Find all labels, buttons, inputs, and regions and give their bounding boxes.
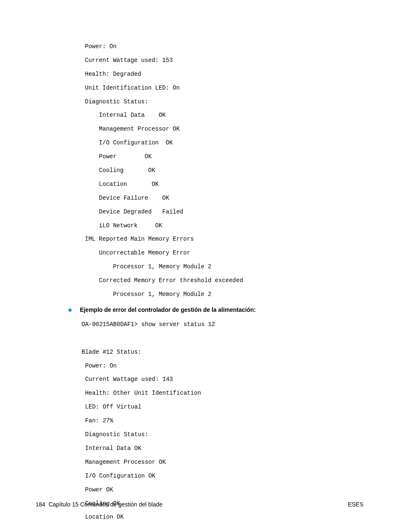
code-block-2: OA-00215AB0DAF1> show server status 12 B… xyxy=(82,318,399,524)
bullet-label: Ejemplo de error del controlador de gest… xyxy=(80,306,256,314)
page-number: 184 xyxy=(36,501,45,508)
code-block-1: Power: On Current Wattage used: 153 Heal… xyxy=(85,40,399,301)
page-footer: 184 Capítulo 15 Comandos de gestión del … xyxy=(0,501,399,508)
bullet-item: ● Ejemplo de error del controlador de ge… xyxy=(68,306,399,314)
footer-left: 184 Capítulo 15 Comandos de gestión del … xyxy=(36,501,163,508)
chapter-title: Capítulo 15 Comandos de gestión del blad… xyxy=(49,501,162,508)
bullet-icon: ● xyxy=(68,306,72,314)
footer-right: ESES xyxy=(348,501,363,508)
